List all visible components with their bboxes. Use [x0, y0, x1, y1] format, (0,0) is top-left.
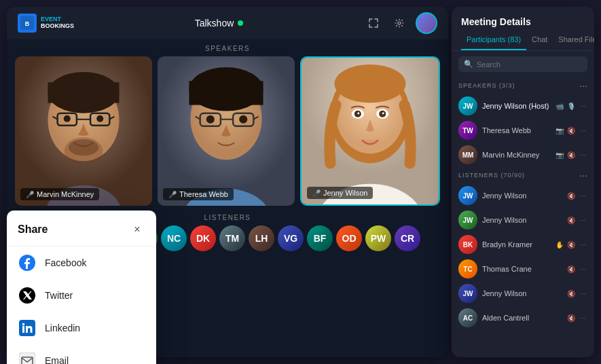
participant-item-jenny-host[interactable]: JW Jenny Wilson (Host) 📹 🎙️ ···	[452, 94, 594, 118]
svg-point-38	[357, 112, 359, 114]
listener-name-6: Alden Cantrell	[482, 314, 562, 322]
svg-point-2	[398, 22, 401, 24]
participant-controls-jenny-host: 📹 🎙️ ···	[555, 103, 587, 110]
linkedin-label: Linkedin	[45, 323, 80, 333]
listener-more-4[interactable]: ···	[578, 266, 587, 273]
settings-button[interactable]	[390, 14, 409, 33]
listener-avatar-panel-3: BK	[458, 235, 477, 254]
share-linkedin[interactable]: Linkedin	[7, 312, 156, 344]
listener-avatar-12[interactable]: OD	[336, 225, 362, 251]
share-twitter[interactable]: Twitter	[7, 279, 156, 312]
speaker-card-1[interactable]: 🎤 Marvin McKinney	[15, 56, 152, 206]
svg-rect-21	[189, 81, 263, 105]
tab-chat[interactable]: Chat	[526, 33, 553, 50]
listener-controls-3: ✋ 🔇 ···	[555, 241, 587, 249]
listener-item-5[interactable]: JW Jenny Wilson 🔇 ···	[452, 281, 594, 306]
search-icon: 🔍	[464, 60, 473, 69]
listener-more-5[interactable]: ···	[578, 290, 587, 297]
listener-more-3[interactable]: ···	[578, 241, 587, 249]
listener-mic-6: 🔇	[566, 314, 576, 322]
mic-icon-3: 🎤	[312, 189, 321, 197]
more-icon-marvin[interactable]: ···	[578, 151, 587, 159]
more-icon-theresa[interactable]: ···	[578, 127, 587, 134]
listener-avatar-9[interactable]: LH	[249, 225, 274, 251]
speaker-name-3: 🎤 Jenny Wilson	[307, 187, 373, 199]
share-email[interactable]: Email	[7, 344, 156, 364]
listeners-section-header: LISTENERS (70/90) ···	[452, 167, 594, 183]
logo-icon: B	[18, 14, 37, 33]
listener-avatar-7[interactable]: DK	[190, 225, 216, 251]
svg-text:B: B	[25, 20, 30, 27]
listener-controls-2: 🔇 ···	[566, 217, 587, 224]
listener-name-3: Bradyn Kramer	[482, 240, 550, 249]
right-panel: Meeting Details Participants (83) Chat S…	[452, 7, 594, 357]
fullscreen-button[interactable]	[364, 14, 383, 33]
listener-avatar-panel-4: TC	[458, 259, 477, 278]
listener-avatar-6[interactable]: NC	[161, 225, 187, 251]
linkedin-icon	[18, 318, 37, 338]
listener-more-2[interactable]: ···	[578, 217, 587, 224]
svg-point-39	[382, 112, 384, 114]
listener-item-6[interactable]: AC Alden Cantrell 🔇 ···	[452, 306, 594, 330]
share-popup: Share × Facebook Twitter	[7, 211, 156, 364]
meeting-title: Talkshow	[195, 18, 234, 29]
speakers-grid: 🎤 Marvin McKinney	[7, 56, 448, 206]
listener-hand-3: ✋	[555, 241, 564, 249]
listener-avatar-10[interactable]: VG	[278, 225, 304, 251]
logo-text: EVENT BOOKINGS	[41, 16, 74, 30]
listener-name-1: Jenny Wilson	[482, 192, 562, 200]
listener-avatar-13[interactable]: PW	[365, 225, 391, 251]
listeners-section-label: LISTENERS (70/90)	[458, 172, 525, 179]
listener-avatar-panel-5: JW	[458, 284, 477, 303]
mic-icon-theresa: 🔇	[566, 127, 576, 134]
svg-point-28	[239, 115, 247, 124]
share-title: Share	[18, 223, 48, 236]
listener-name-2: Jenny Wilson	[482, 216, 562, 224]
speakers-more-btn[interactable]: ···	[579, 80, 587, 91]
listener-item-3[interactable]: BK Bradyn Kramer ✋ 🔇 ···	[452, 232, 594, 257]
share-header: Share ×	[7, 221, 156, 247]
live-indicator	[238, 20, 243, 26]
share-close-button[interactable]: ×	[129, 221, 145, 238]
tab-shared-files[interactable]: Shared Files	[553, 33, 594, 50]
tab-participants[interactable]: Participants (83)	[461, 33, 526, 50]
participant-controls-marvin: 📷 🔇 ···	[555, 151, 587, 159]
listener-avatar-panel-6: AC	[458, 308, 477, 327]
participant-item-theresa[interactable]: TW Theresa Webb 📷 🔇 ···	[452, 118, 594, 143]
listener-item-1[interactable]: JW Jenny Wilson 🔇 ···	[452, 183, 594, 208]
search-bar: 🔍	[458, 56, 587, 72]
listener-controls-4: 🔇 ···	[566, 266, 587, 273]
svg-point-33	[334, 65, 405, 103]
listener-more-1[interactable]: ···	[578, 192, 587, 200]
mic-icon-jenny: 🎙️	[566, 103, 576, 110]
facebook-label: Facebook	[45, 257, 86, 268]
listener-more-6[interactable]: ···	[578, 314, 587, 322]
speakers-section-label: SPEAKERS (3/3)	[458, 82, 515, 89]
video-icon-theresa: 📷	[555, 127, 564, 134]
listener-controls-5: 🔇 ···	[566, 290, 587, 297]
participant-item-marvin[interactable]: MM Marvin McKinney 📷 🔇 ···	[452, 143, 594, 167]
facebook-icon	[18, 253, 37, 272]
speakers-label: SPEAKERS	[7, 39, 448, 56]
listener-item-2[interactable]: JW Jenny Wilson 🔇 ···	[452, 208, 594, 232]
share-facebook[interactable]: Facebook	[7, 247, 156, 279]
meeting-title-area: Talkshow	[195, 18, 244, 29]
top-bar: B EVENT BOOKINGS Talkshow	[7, 7, 448, 39]
listeners-more-btn[interactable]: ···	[579, 170, 587, 181]
listener-avatar-8[interactable]: TM	[219, 225, 245, 251]
svg-point-14	[96, 115, 103, 122]
twitter-icon	[18, 286, 37, 305]
search-input[interactable]	[477, 60, 582, 69]
listener-mic-2: 🔇	[566, 217, 576, 224]
listener-avatar-11[interactable]: BF	[307, 225, 333, 251]
speaker-card-3[interactable]: 🎤 Jenny Wilson	[300, 56, 440, 206]
svg-rect-43	[22, 326, 24, 333]
listener-controls-1: 🔇 ···	[566, 192, 587, 200]
listener-avatar-14[interactable]: CR	[395, 225, 420, 251]
top-controls	[364, 12, 437, 34]
more-icon-jenny[interactable]: ···	[578, 103, 587, 110]
svg-rect-7	[48, 82, 119, 103]
speaker-card-2[interactable]: 🎤 Theresa Webb	[158, 56, 295, 206]
user-avatar-thumb[interactable]	[416, 12, 437, 34]
listener-item-4[interactable]: TC Thomas Crane 🔇 ···	[452, 257, 594, 281]
